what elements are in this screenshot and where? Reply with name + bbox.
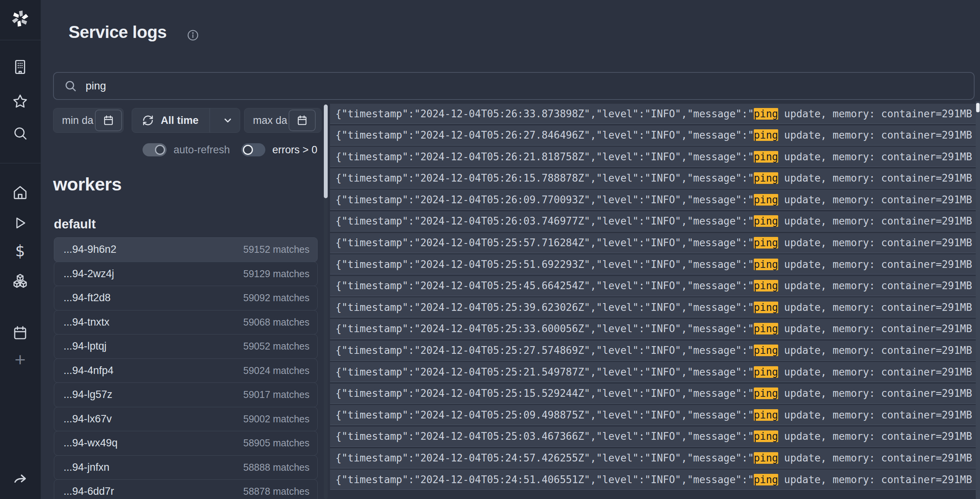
max-date-input[interactable]: [244, 108, 289, 132]
log-text: {"timestamp":"2024-12-04T05:26:09.770093…: [330, 194, 972, 206]
worker-match-count: 59129 matches: [243, 268, 309, 280]
search-match-highlight: ping: [754, 430, 778, 442]
sidebar-item-variables[interactable]: $: [15, 243, 25, 259]
worker-row[interactable]: ...94-9h6n259152 matches: [54, 237, 318, 262]
search-match-highlight: ping: [754, 409, 778, 421]
log-text: {"timestamp":"2024-12-04T05:25:39.623026…: [330, 302, 972, 313]
worker-id: ...94-4nfp4: [64, 365, 113, 377]
worker-row[interactable]: ...94-lx67v59002 matches: [54, 407, 318, 432]
log-text: {"timestamp":"2024-12-04T05:25:33.600056…: [330, 323, 972, 334]
sidebar-item-home[interactable]: [12, 184, 28, 201]
log-row[interactable]: {"timestamp":"2024-12-04T05:25:21.549787…: [330, 362, 976, 382]
worker-match-count: 58905 matches: [243, 437, 309, 449]
worker-row[interactable]: ...94-wx49q58905 matches: [54, 431, 318, 456]
time-range-dropdown-button[interactable]: [216, 108, 240, 132]
log-row[interactable]: {"timestamp":"2024-12-04T05:25:33.600056…: [330, 319, 976, 339]
worker-id: ...94-ft2d8: [64, 292, 111, 304]
sidebar-item-resources[interactable]: [12, 273, 29, 290]
log-scrollbar-thumb[interactable]: [976, 103, 980, 112]
worker-group-heading: default: [54, 217, 96, 231]
info-icon[interactable]: [187, 29, 199, 43]
building-icon: [12, 59, 28, 75]
calendar-icon: [12, 325, 28, 341]
windmill-logo[interactable]: [9, 8, 31, 29]
windmill-logo-icon: [9, 8, 31, 29]
worker-row[interactable]: ...94-tnxtx59068 matches: [54, 310, 318, 335]
log-text: {"timestamp":"2024-12-04T05:25:03.467366…: [330, 430, 972, 442]
max-date-calendar-button[interactable]: [289, 110, 316, 131]
log-text: {"timestamp":"2024-12-04T05:24:57.426255…: [330, 452, 972, 464]
log-row[interactable]: {"timestamp":"2024-12-04T05:25:09.498875…: [330, 405, 976, 425]
worker-row[interactable]: ...94-ft2d859092 matches: [54, 286, 318, 310]
log-row[interactable]: {"timestamp":"2024-12-04T05:25:27.574869…: [330, 341, 976, 361]
errors-toggle[interactable]: [241, 143, 265, 156]
worker-row[interactable]: ...94-4nfp459024 matches: [54, 358, 318, 383]
log-text: {"timestamp":"2024-12-04T05:25:09.498875…: [330, 409, 972, 421]
log-row[interactable]: {"timestamp":"2024-12-04T05:25:15.529244…: [330, 384, 976, 404]
worker-match-count: 59002 matches: [243, 413, 309, 425]
auto-refresh-toggle[interactable]: [143, 143, 167, 156]
worker-match-count: 59092 matches: [243, 292, 309, 304]
time-range-label: All time: [161, 115, 199, 127]
log-row[interactable]: {"timestamp":"2024-12-04T05:26:33.873898…: [330, 104, 976, 124]
log-text: {"timestamp":"2024-12-04T05:25:45.664254…: [330, 280, 972, 292]
min-date-input[interactable]: [53, 108, 98, 132]
search-input[interactable]: [85, 79, 939, 93]
search-match-highlight: ping: [754, 151, 778, 163]
log-row[interactable]: {"timestamp":"2024-12-04T05:24:57.426255…: [330, 448, 976, 468]
auto-refresh-label: auto-refresh: [174, 143, 230, 156]
search-match-highlight: ping: [754, 452, 778, 464]
log-row[interactable]: {"timestamp":"2024-12-04T05:25:39.623026…: [330, 297, 976, 317]
search-match-highlight: ping: [754, 259, 778, 270]
log-row[interactable]: {"timestamp":"2024-12-04T05:26:09.770093…: [330, 190, 976, 210]
log-row[interactable]: {"timestamp":"2024-12-04T05:26:03.746977…: [330, 211, 976, 231]
log-row[interactable]: {"timestamp":"2024-12-04T05:25:57.716284…: [330, 233, 976, 253]
sidebar-expand-button[interactable]: [12, 472, 28, 488]
worker-match-count: 59068 matches: [243, 317, 309, 328]
sidebar-item-workspace[interactable]: [12, 59, 28, 75]
left-panel-scrollbar-thumb[interactable]: [324, 105, 328, 198]
home-icon: [12, 184, 28, 201]
log-text: {"timestamp":"2024-12-04T05:25:15.529244…: [330, 388, 972, 399]
boxes-icon: [12, 273, 29, 290]
search-match-highlight: ping: [754, 237, 778, 249]
sidebar-item-schedules[interactable]: [12, 325, 28, 341]
worker-id: ...94-9h6n2: [64, 243, 117, 256]
button-divider: [210, 108, 210, 132]
worker-row[interactable]: ...94-2wz4j59129 matches: [54, 262, 318, 286]
errors-label: errors > 0: [272, 143, 317, 156]
worker-row[interactable]: ...94-lg57z59017 matches: [54, 382, 318, 407]
search-match-highlight: ping: [754, 129, 778, 141]
log-text: {"timestamp":"2024-12-04T05:26:33.873898…: [330, 108, 972, 120]
play-icon: [12, 215, 28, 231]
min-date-calendar-button[interactable]: [95, 110, 122, 131]
star-icon: [12, 93, 28, 110]
log-row[interactable]: {"timestamp":"2024-12-04T05:24:51.406551…: [330, 470, 976, 490]
log-row[interactable]: {"timestamp":"2024-12-04T05:25:45.664254…: [330, 276, 976, 296]
search-match-highlight: ping: [754, 172, 778, 184]
worker-row[interactable]: ...94-6dd7r58878 matches: [54, 479, 318, 499]
worker-id: ...94-wx49q: [64, 437, 118, 449]
worker-row[interactable]: ...94-jnfxn58888 matches: [54, 455, 318, 480]
search-match-highlight: ping: [754, 215, 778, 227]
log-text: {"timestamp":"2024-12-04T05:25:21.549787…: [330, 366, 972, 378]
worker-match-count: 59152 matches: [243, 244, 309, 255]
search-match-highlight: ping: [754, 323, 778, 334]
log-row[interactable]: {"timestamp":"2024-12-04T05:25:03.467366…: [330, 427, 976, 447]
worker-match-count: 59017 matches: [243, 389, 309, 400]
log-row[interactable]: {"timestamp":"2024-12-04T05:26:21.818758…: [330, 147, 976, 167]
sidebar-item-favorites[interactable]: [12, 93, 28, 110]
page-title: Service logs: [69, 22, 167, 42]
worker-row[interactable]: ...94-lptqj59052 matches: [54, 334, 318, 359]
worker-id: ...94-jnfxn: [64, 461, 110, 473]
worker-id: ...94-lx67v: [64, 413, 112, 425]
log-row[interactable]: {"timestamp":"2024-12-04T05:26:15.788878…: [330, 168, 976, 189]
sidebar-item-search[interactable]: [12, 125, 28, 141]
sidebar-item-add[interactable]: +: [14, 352, 26, 367]
log-row[interactable]: {"timestamp":"2024-12-04T05:25:51.692293…: [330, 254, 976, 274]
log-scrollbar-track[interactable]: [976, 101, 980, 499]
time-range-button[interactable]: All time: [132, 108, 240, 133]
log-row[interactable]: {"timestamp":"2024-12-04T05:26:27.846496…: [330, 125, 976, 146]
search-match-highlight: ping: [754, 108, 778, 120]
sidebar-item-runs[interactable]: [12, 215, 28, 231]
